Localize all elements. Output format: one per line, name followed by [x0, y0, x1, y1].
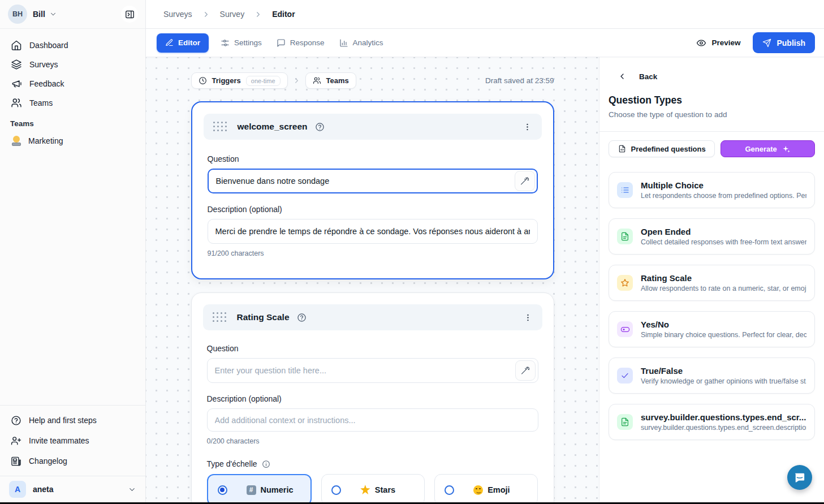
- char-count: 0/200 characters: [207, 437, 538, 445]
- sidebar-item-label: Feedback: [29, 79, 64, 88]
- sidebar-nav: Dashboard Surveys Feedback Teams: [0, 29, 145, 113]
- bar-chart-icon: [339, 38, 348, 48]
- users-icon: [10, 97, 22, 109]
- question-card-rating-scale[interactable]: Rating Scale Question Description (optio…: [191, 292, 554, 504]
- sidebar-item-teams[interactable]: Teams: [0, 93, 145, 113]
- tab-settings[interactable]: Settings: [213, 33, 269, 53]
- magic-wand-button[interactable]: [515, 171, 535, 191]
- drag-handle-icon[interactable]: [213, 122, 227, 132]
- footer-item-label: Changelog: [29, 456, 67, 466]
- wand-icon: [520, 176, 529, 186]
- help-circle-icon: [10, 415, 21, 426]
- question-type-yes-no[interactable]: Yes/No Simple binary choice questions. P…: [609, 311, 815, 347]
- kebab-menu-icon[interactable]: [523, 122, 532, 132]
- question-description-input[interactable]: [208, 219, 538, 244]
- tab-response[interactable]: Response: [269, 33, 332, 53]
- newspaper-icon: [10, 456, 21, 467]
- layers-icon: [10, 59, 22, 70]
- drag-handle-icon[interactable]: [213, 312, 227, 322]
- question-type-end-screen[interactable]: survey.builder.questions.types.end_scr..…: [609, 404, 815, 440]
- generate-button[interactable]: Generate: [721, 140, 815, 157]
- question-type-multiple-choice[interactable]: Multiple Choice Let respondents choose f…: [609, 172, 815, 208]
- account-menu[interactable]: A aneta: [0, 476, 145, 502]
- question-description-input[interactable]: [207, 408, 538, 432]
- predefined-questions-button[interactable]: Predefined questions: [609, 140, 715, 157]
- panel-title: Question Types: [609, 94, 815, 106]
- scale-type-options: # Numeric Stars Emoji: [207, 474, 538, 504]
- tab-label: Settings: [234, 38, 262, 47]
- question-card-welcome-screen[interactable]: welcome_screen Question Description (opt…: [191, 101, 554, 279]
- triggers-chip[interactable]: Triggers one-time: [191, 72, 288, 89]
- question-type-description: survey.builder.questions.types.end_scree…: [641, 424, 806, 432]
- sidebar-item-feedback[interactable]: Feedback: [0, 74, 145, 93]
- scale-option-stars[interactable]: Stars: [321, 474, 425, 504]
- number-keycap-emoji: #: [247, 485, 256, 495]
- breadcrumb-editor: Editor: [272, 10, 295, 19]
- changelog[interactable]: Changelog: [0, 451, 145, 471]
- question-type-open-ended[interactable]: Open Ended Collect detailed responses wi…: [609, 218, 815, 255]
- team-label: Marketing: [28, 136, 63, 145]
- chevron-down-icon: [128, 485, 136, 494]
- question-title-input[interactable]: [207, 358, 538, 383]
- chat-launcher-button[interactable]: [787, 465, 812, 490]
- tab-label: Analytics: [353, 38, 383, 47]
- top-header: Surveys Survey Editor: [146, 0, 824, 29]
- question-types-panel: Back Question Types Choose the type of q…: [599, 57, 824, 504]
- eye-icon: [696, 38, 706, 48]
- users-icon: [313, 76, 321, 85]
- question-type-description: Verify knowledge or gather opinions with…: [641, 377, 806, 385]
- pencil-icon: [165, 38, 174, 47]
- breadcrumb-surveys[interactable]: Surveys: [163, 10, 192, 19]
- char-count: 91/200 characters: [208, 249, 538, 257]
- card-header: Rating Scale: [203, 304, 542, 330]
- panel-actions: Predefined questions Generate: [609, 140, 815, 157]
- help-and-first-steps[interactable]: Help and first steps: [0, 410, 145, 430]
- back-button[interactable]: Back: [609, 72, 815, 81]
- question-type-name: Open Ended: [641, 227, 806, 236]
- predefined-questions-label: Predefined questions: [631, 145, 706, 153]
- megaphone-icon: [10, 78, 22, 89]
- publish-button[interactable]: Publish: [753, 32, 815, 53]
- sidebar-item-label: Teams: [29, 98, 53, 107]
- sidebar-item-marketing[interactable]: Marketing: [0, 131, 145, 150]
- scale-option-label: Numeric: [261, 485, 294, 494]
- sliders-icon: [221, 38, 230, 48]
- info-icon: [262, 460, 270, 468]
- chevron-left-icon: [618, 72, 627, 81]
- question-type-true-false[interactable]: True/False Verify knowledge or gather op…: [609, 357, 815, 394]
- magic-wand-button[interactable]: [515, 360, 536, 381]
- tab-analytics[interactable]: Analytics: [332, 33, 391, 53]
- preview-button[interactable]: Preview: [696, 38, 740, 48]
- trigger-frequency-badge: one-time: [246, 76, 281, 86]
- help-circle-icon[interactable]: [315, 122, 325, 132]
- question-title-input[interactable]: [208, 169, 538, 193]
- star-icon: [617, 275, 633, 291]
- scale-option-numeric[interactable]: # Numeric: [207, 474, 312, 504]
- sidebar-collapse-button[interactable]: [121, 6, 138, 23]
- question-type-description: Allow respondents to rate on a numeric, …: [641, 285, 806, 292]
- workspace-switcher[interactable]: BH Bill: [0, 0, 145, 29]
- check-icon: [617, 368, 633, 384]
- question-type-rating-scale[interactable]: Rating Scale Allow respondents to rate o…: [609, 265, 815, 301]
- tab-editor[interactable]: Editor: [157, 33, 209, 53]
- question-type-description: Let respondents choose from predefined o…: [641, 192, 806, 200]
- teams-chip[interactable]: Teams: [305, 72, 356, 89]
- list-icon: [617, 182, 633, 198]
- invite-teammates[interactable]: Invite teammates: [0, 430, 145, 451]
- card-header: welcome_screen: [204, 114, 542, 140]
- draft-status: Draft saved at 23:59: [485, 76, 554, 85]
- breadcrumb-survey[interactable]: Survey: [220, 10, 245, 19]
- sidebar-item-surveys[interactable]: Surveys: [0, 55, 145, 74]
- account-avatar: A: [9, 481, 26, 498]
- radio-selected[interactable]: [218, 485, 227, 495]
- sidebar-item-dashboard[interactable]: Dashboard: [0, 36, 145, 55]
- radio-unselected[interactable]: [445, 485, 454, 495]
- scale-option-emoji[interactable]: Emoji: [434, 474, 538, 504]
- help-circle-icon[interactable]: [297, 313, 307, 322]
- question-type-name: survey.builder.questions.types.end_scr..…: [641, 412, 806, 422]
- radio-unselected[interactable]: [331, 485, 341, 495]
- tab-label: Editor: [178, 38, 200, 47]
- divider: [599, 131, 824, 132]
- publish-label: Publish: [776, 38, 805, 48]
- kebab-menu-icon[interactable]: [523, 313, 533, 322]
